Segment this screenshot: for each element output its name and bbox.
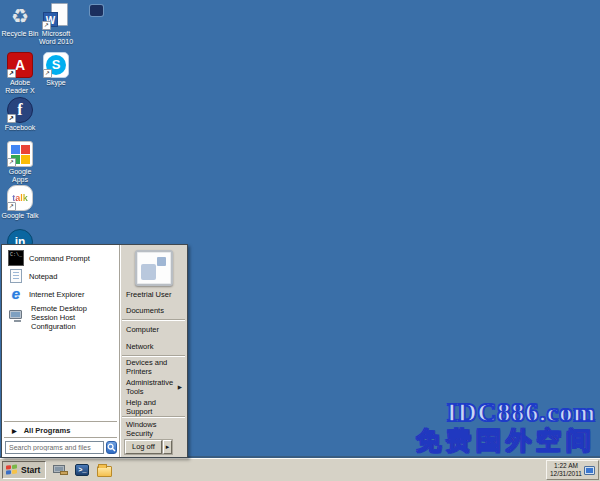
start-menu-item-documents[interactable]: Documents (120, 302, 187, 319)
desktop-icon-google-apps[interactable]: ↗ Google Apps (1, 141, 39, 185)
watermark-line2: 免费国外空间 (416, 427, 596, 455)
watermark-line1: IDC886.com (416, 399, 596, 427)
desktop-icon-facebook[interactable]: f ↗ Facebook (1, 97, 39, 132)
all-programs-label: All Programs (24, 426, 71, 435)
powershell-icon[interactable]: >_ (74, 462, 90, 478)
menu-item-label: Remote Desktop Session Host Configuratio… (31, 304, 115, 331)
search-icon (107, 443, 116, 452)
google-apps-icon: ↗ (7, 141, 33, 167)
notepad-icon (8, 268, 24, 284)
desktop-icon-label: Microsoft Word 2010 (37, 30, 75, 47)
recycle-bin-icon: ♻ (7, 3, 33, 29)
skype-icon: S ↗ (43, 52, 69, 78)
desktop-icon-word[interactable]: W ↗ Microsoft Word 2010 (37, 3, 75, 47)
quick-launch: >_ (52, 462, 112, 478)
command-prompt-icon: C:\_ (8, 250, 24, 266)
menu-item-label: Internet Explorer (29, 290, 84, 299)
clock-date: 12/31/2011 (550, 470, 582, 478)
all-programs-item[interactable]: ▶ All Programs (2, 423, 119, 437)
desktop-icon-skype[interactable]: S ↗ Skype (37, 52, 75, 87)
user-avatar[interactable] (135, 250, 173, 286)
word-icon: W ↗ (43, 3, 69, 29)
log-off-row: Log off ▸ (120, 438, 187, 457)
desktop-icon-label: Skype (37, 79, 75, 87)
desktop-icon-label: Google Talk (1, 212, 39, 220)
start-menu-item-windows-security[interactable]: Windows Security (120, 418, 187, 438)
shortcut-arrow-icon: ↗ (43, 69, 52, 78)
shortcut-arrow-icon: ↗ (7, 114, 16, 123)
start-menu-right-panel: Freetrial User Documents Computer Networ… (120, 245, 187, 457)
internet-explorer-icon: e (8, 286, 24, 302)
desktop-icon-label: Facebook (1, 124, 39, 132)
notification-area: 1:22 AM 12/31/2011 (546, 460, 599, 480)
desktop-icon-label: Adobe Reader X (1, 79, 39, 96)
desktop-icon-recycle-bin[interactable]: ♻ Recycle Bin (1, 3, 39, 38)
taskbar: Start >_ 1:22 AM 12/31/2011 (0, 458, 600, 481)
google-talk-icon: talk ↗ (7, 185, 33, 211)
shortcut-arrow-icon: ↗ (42, 21, 51, 30)
server-manager-icon[interactable] (52, 462, 68, 478)
all-programs-arrow-icon: ▶ (12, 427, 17, 434)
log-off-button[interactable]: Log off (125, 440, 162, 454)
start-menu-item-administrative-tools[interactable]: Administrative Tools ▶ (120, 377, 187, 397)
start-menu-item-rd-session-host[interactable]: Remote Desktop Session Host Configuratio… (2, 303, 119, 332)
start-menu-item-notepad[interactable]: Notepad (2, 267, 119, 285)
search-input[interactable] (5, 441, 104, 454)
start-menu-left-panel: C:\_ Command Prompt Notepad e Internet E… (2, 245, 120, 457)
start-menu-item-help-and-support[interactable]: Help and Support (120, 396, 187, 416)
watermark: IDC886.com 免费国外空间 (416, 399, 596, 455)
desktop-icon-adobe-reader[interactable]: A ↗ Adobe Reader X (1, 52, 39, 96)
log-off-options-button[interactable]: ▸ (163, 440, 173, 454)
search-row (2, 439, 119, 457)
remote-desktop-icon (9, 310, 25, 326)
submenu-arrow-icon: ▶ (178, 384, 182, 390)
start-button[interactable]: Start (2, 461, 46, 479)
start-menu-item-network[interactable]: Network (120, 338, 187, 355)
windows-flag-icon (6, 464, 18, 476)
taskbar-clock[interactable]: 1:22 AM 12/31/2011 (550, 462, 582, 478)
start-menu: C:\_ Command Prompt Notepad e Internet E… (1, 244, 188, 458)
start-menu-item-command-prompt[interactable]: C:\_ Command Prompt (2, 249, 119, 267)
desktop-icon-label: Recycle Bin (1, 30, 39, 38)
menu-item-label: Command Prompt (29, 254, 90, 263)
network-tray-icon[interactable] (584, 466, 595, 475)
menu-item-label: Notepad (29, 272, 57, 281)
desktop-icon-label: Google Apps (1, 168, 39, 185)
start-menu-item-computer[interactable]: Computer (120, 321, 187, 338)
start-menu-item-devices-and-printers[interactable]: Devices and Printers (120, 357, 187, 377)
user-name: Freetrial User (120, 288, 187, 302)
start-menu-item-internet-explorer[interactable]: e Internet Explorer (2, 285, 119, 303)
shortcut-arrow-icon: ↗ (7, 202, 16, 211)
unidentified-desktop-icon[interactable] (90, 5, 103, 16)
adobe-reader-icon: A ↗ (7, 52, 33, 78)
shortcut-arrow-icon: ↗ (7, 69, 16, 78)
desktop: ♻ Recycle Bin W ↗ Microsoft Word 2010 A … (0, 0, 600, 481)
facebook-icon: f ↗ (7, 97, 33, 123)
desktop-icon-google-talk[interactable]: talk ↗ Google Talk (1, 185, 39, 220)
shortcut-arrow-icon: ↗ (7, 158, 16, 167)
search-go-button[interactable] (106, 441, 117, 454)
start-button-label: Start (21, 465, 40, 475)
windows-explorer-icon[interactable] (96, 462, 112, 478)
clock-time: 1:22 AM (550, 462, 582, 470)
